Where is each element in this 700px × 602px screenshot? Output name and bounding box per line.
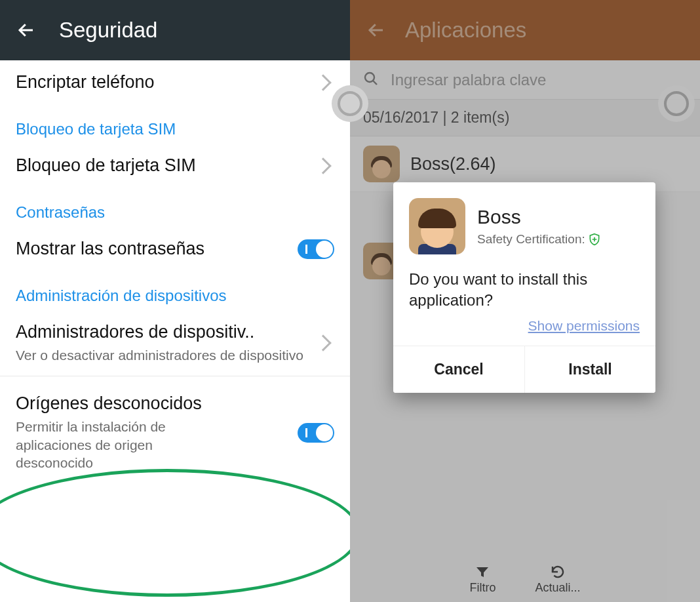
sim-lock-label: Bloqueo de tarjeta SIM [16,155,311,176]
install-dialog: Boss Safety Certification: Do you wan [393,182,655,393]
security-header: Seguridad [0,0,350,60]
assistive-touch-icon[interactable] [332,85,368,122]
filter-button[interactable]: Filtro [469,564,496,595]
applications-pane: Aplicaciones Ingresar palabra clave 05/1… [350,0,700,602]
install-button[interactable]: Install [524,346,655,393]
device-admins-row[interactable]: Administradores de dispositiv.. Ver o de… [0,310,350,376]
show-passwords-toggle[interactable] [298,239,334,259]
filter-label: Filtro [469,581,496,595]
back-arrow-icon[interactable] [363,17,389,43]
device-admins-sub: Ver o desactivar administradores de disp… [16,346,311,364]
unknown-sources-sub: Permitir la instalación de aplicaciones … [16,418,212,472]
show-permissions-link[interactable]: Show permissions [528,318,640,333]
app-icon [363,146,400,182]
unknown-sources-label: Orígenes desconocidos [16,393,291,414]
device-admin-section-header: Administración de dispositivos [0,271,350,310]
refresh-label: Actuali... [535,581,580,595]
show-passwords-row[interactable]: Mostrar las contraseñas [0,227,350,271]
refresh-button[interactable]: Actuali... [535,564,580,595]
unknown-sources-toggle[interactable] [298,423,334,443]
unknown-sources-row[interactable]: Orígenes desconocidos Permitir la instal… [0,376,350,489]
encrypt-phone-label: Encriptar teléfono [16,72,311,92]
passwords-section-header: Contraseñas [0,188,350,227]
svg-line-3 [373,81,377,85]
shield-plus-icon [588,233,601,246]
bottom-toolbar: Filtro Actuali... [350,556,700,602]
security-settings-pane: Seguridad Encriptar teléfono Bloqueo de … [0,0,350,602]
cancel-button[interactable]: Cancel [393,346,524,393]
encrypt-phone-row[interactable]: Encriptar teléfono [0,60,350,104]
dialog-header: Boss Safety Certification: [393,182,655,260]
chevron-right-icon [315,334,331,351]
list-meta: 05/16/2017 | 2 item(s) [350,100,700,136]
dialog-message: Do you want to install this application? [393,260,655,311]
search-bar[interactable]: Ingresar palabra clave [350,60,700,100]
apps-title: Aplicaciones [405,18,526,43]
search-icon [363,71,379,89]
chevron-right-icon [315,157,331,174]
back-arrow-icon[interactable] [13,17,39,43]
app-name: Boss(2.64) [410,154,496,174]
cert-text: Safety Certification: [477,232,585,247]
assistive-touch-icon[interactable] [658,85,695,122]
device-admins-label: Administradores de dispositiv.. [16,322,311,342]
safety-certification-label: Safety Certification: [477,232,601,247]
app-icon [409,198,465,254]
show-passwords-label: Mostrar las contraseñas [16,239,291,259]
sim-lock-section-header: Bloqueo de tarjeta SIM [0,104,350,144]
apps-header: Aplicaciones [350,0,700,60]
search-placeholder: Ingresar palabra clave [391,71,546,89]
dialog-actions: Cancel Install [393,346,655,393]
svg-point-2 [365,73,374,82]
dialog-app-name: Boss [477,206,601,228]
chevron-right-icon [315,74,331,90]
sim-lock-row[interactable]: Bloqueo de tarjeta SIM [0,144,350,188]
security-title: Seguridad [59,18,157,43]
